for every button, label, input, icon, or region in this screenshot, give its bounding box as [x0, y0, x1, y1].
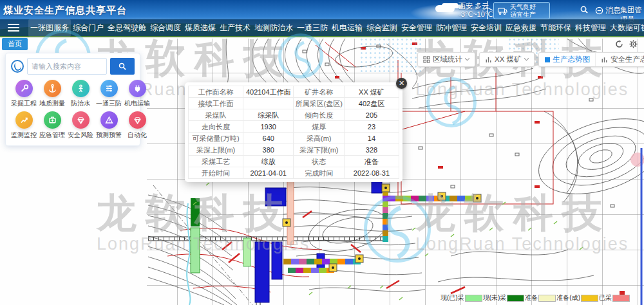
app-item-monitoring[interactable]: 监测监控 [11, 111, 37, 140]
message-label: 消息 [605, 5, 621, 16]
legend-item: 准备 [525, 293, 556, 302]
dialog-value: 1930 [243, 121, 294, 133]
nav-item-one-map-service[interactable]: 一张图服务 [28, 19, 71, 37]
dialog-value: 2022-08-31 [345, 167, 399, 179]
dialog-value: 380 [243, 144, 294, 156]
dialog-label: 工作面名称 [189, 86, 243, 98]
dialog-value: 402104工作面 [243, 86, 294, 98]
dialog-label: 完成时间 [294, 167, 344, 179]
gem-icon [76, 115, 86, 125]
bar-chart-icon [485, 56, 492, 63]
nav-item-emergency-rescue[interactable]: 应急救援 [504, 19, 538, 37]
dialog-value: 综采队 [243, 109, 294, 121]
search-input[interactable] [27, 58, 107, 75]
dialog-value: 328 [345, 144, 399, 156]
dialog-label: 采深下限(m) [294, 144, 344, 156]
circle-minus-icon [595, 6, 603, 15]
quick-access-panel: 采掘工程 地质测量 防治水 一通三防 机电运输 [5, 53, 140, 146]
app-item-electromechanical[interactable]: 机电运输 [124, 80, 150, 108]
app-item-mining[interactable]: 采掘工程 [11, 80, 37, 108]
gear-icon[interactable] [629, 39, 638, 51]
weather-city: 西安 多云 [459, 2, 493, 10]
warning-icon [104, 115, 114, 125]
legend-item: 已采 [599, 293, 630, 302]
app-item-forecast-warning[interactable]: 预测预警 [96, 111, 122, 140]
person-icon [76, 84, 86, 93]
dialog-value: 640 [243, 133, 294, 144]
longruan-logo-icon [11, 60, 24, 73]
nav-item-monitoring[interactable]: 综合监测 [365, 19, 399, 37]
dialog-label: 倾向长度 [294, 109, 344, 121]
nav-item-portal[interactable]: 综合门户 [71, 19, 106, 37]
nav-item-cockpit[interactable]: 全息驾驶舱 [106, 19, 148, 37]
nav-item-electromechanical[interactable]: 机电运输 [330, 19, 365, 37]
legend-item: 现(未)采 [483, 293, 525, 302]
nav-item-bigdata-visual[interactable]: 大数据可视化 [608, 19, 644, 37]
dialog-label: 接续工作面 [189, 98, 243, 109]
dialog-value: XX 煤矿 [345, 86, 399, 98]
dialog-label: 状态 [294, 156, 344, 167]
nav-item-coal-quality[interactable]: 煤质选煤 [183, 19, 218, 37]
nav-item-geological-water[interactable]: 地测防治水 [252, 19, 295, 37]
nav-item-energy-env[interactable]: 节能环保 [538, 19, 573, 37]
nav-item-production-tech[interactable]: 生产技术 [218, 19, 252, 37]
message-button[interactable]: 消息 [595, 5, 621, 16]
legend-item: 准备(成) [556, 293, 598, 302]
corner-actions [615, 39, 638, 51]
dialog-value [243, 98, 294, 109]
sliders-icon [104, 84, 114, 93]
dialog-value: 综放 [243, 156, 294, 167]
square-icon [544, 57, 551, 63]
dialog-label: 采高(m) [294, 133, 344, 144]
dialog-value: 402盘区 [345, 98, 399, 109]
dialog-value: 准备 [345, 156, 399, 167]
nav-item-rockburst-mgmt[interactable]: 防冲管理 [434, 19, 469, 37]
app-item-automation[interactable]: 自动化 [124, 111, 150, 140]
grid-icon [423, 56, 430, 63]
magnifier-icon [118, 62, 127, 71]
nav-item-safety-training[interactable]: 安全培训 [469, 19, 504, 37]
chevron-down-icon [465, 58, 469, 61]
mine-selector[interactable]: XX 煤矿 [480, 53, 534, 66]
weather-widget: 西安 多云 -3℃~10℃ [459, 2, 493, 19]
weather-status-badge: 天气良好 适宜生产 [493, 2, 550, 19]
region-stats-button[interactable]: 区域统计 [418, 53, 475, 66]
app-item-safety-risk[interactable]: 安全风险 [68, 111, 93, 140]
app-item-water-control[interactable]: 防治水 [68, 80, 93, 108]
dialog-label: 可采储量(万吨) [189, 133, 243, 144]
nav-item-safety-mgmt[interactable]: 安全管理 [399, 19, 434, 37]
breadcrumb-home-tab[interactable]: 首页 [2, 38, 28, 50]
badge-line2: 适宜生产 [510, 11, 536, 19]
app-item-ventilation[interactable]: 一通三防 [96, 80, 122, 108]
bar-chart-icon [601, 56, 608, 63]
legend-swatch [465, 295, 482, 302]
search-icon[interactable] [580, 5, 589, 14]
dialog-label: 所属采区(盘区) [294, 98, 344, 109]
close-icon[interactable]: ✕ [396, 78, 407, 89]
nav-item-tech-mgmt[interactable]: 科技管理 [573, 19, 608, 37]
dialog-value: 205 [345, 109, 399, 121]
hamburger-menu-icon[interactable] [8, 24, 19, 32]
wrench-icon [19, 84, 29, 93]
safety-map-button[interactable]: 安全生产态势图 [596, 53, 644, 66]
content-area: 龙软科技LongRuan Technologies 龙软科技LongRuan T… [0, 37, 644, 305]
nav-item-dispatch[interactable]: 综合调度 [148, 19, 183, 37]
dialog-label: 矿井名称 [294, 86, 344, 98]
refresh-icon[interactable] [615, 39, 623, 51]
nav-items: 一张图服务 综合门户 全息驾驶舱 综合调度 煤质选煤 生产技术 地测防治水 一通… [28, 19, 644, 37]
dialog-value: 23 [345, 121, 399, 133]
nav-item-ventilation[interactable]: 一通三防 [295, 19, 330, 37]
weather-temp: -3℃~10℃ [459, 10, 493, 19]
search-button[interactable] [110, 58, 135, 75]
production-map-button[interactable]: 生产态势图 [539, 53, 596, 66]
workface-info-table: 工作面名称 402104工作面 矿井名称 XX 煤矿 接续工作面 所属采区(盘区… [188, 86, 399, 179]
chevron-down-icon [524, 58, 529, 61]
app-item-emergency[interactable]: 应急管理 [39, 111, 65, 140]
dialog-label: 走向长度 [189, 121, 243, 133]
legend-swatch [612, 295, 630, 302]
map-toolbar: 区域统计 XX 煤矿 生产态势图 安全生产态势图 [417, 52, 644, 67]
app-grid: 采掘工程 地质测量 防治水 一通三防 机电运输 [11, 80, 135, 140]
app-item-geology[interactable]: 地质测量 [39, 80, 65, 108]
dialog-label: 煤厚 [294, 121, 344, 133]
app-title: 煤业安全生产信息共享平台 [3, 5, 127, 17]
